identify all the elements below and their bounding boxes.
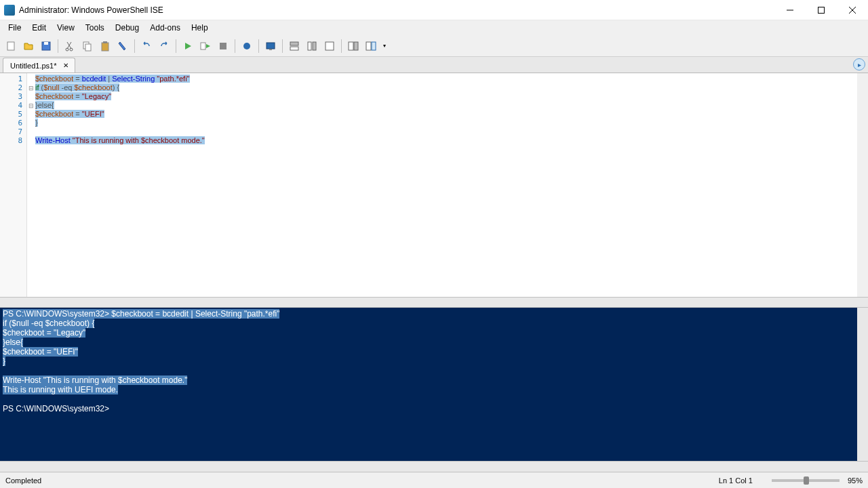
console-line[interactable]: if ($null -eq $checkboot) { [3, 319, 865, 328]
svg-rect-15 [201, 43, 205, 49]
svg-rect-27 [366, 42, 371, 50]
code-line[interactable]: $checkboot = "UEFI" [35, 110, 868, 119]
console-line[interactable]: Write-Host "This is running with $checkb… [3, 375, 865, 385]
svg-rect-4 [7, 42, 14, 50]
cut-icon[interactable] [62, 38, 78, 54]
svg-rect-24 [326, 42, 334, 50]
console-vscrollbar[interactable] [857, 308, 868, 461]
breakpoint-icon[interactable] [239, 38, 255, 54]
line-number: 1 [0, 75, 26, 83]
show-script-max-icon[interactable] [321, 38, 338, 54]
svg-rect-23 [313, 42, 316, 50]
menu-debug[interactable]: Debug [110, 22, 144, 34]
run-selection-icon[interactable] [197, 38, 214, 54]
fold-toggle[interactable]: ⊟ [27, 101, 35, 110]
new-icon[interactable] [3, 38, 19, 54]
fold-toggle [27, 92, 35, 101]
line-number: 6 [0, 119, 26, 127]
fold-toggle [27, 119, 35, 127]
svg-rect-1 [818, 7, 825, 13]
svg-rect-14 [103, 41, 107, 43]
paste-icon[interactable] [97, 38, 113, 54]
line-number: 3 [0, 92, 26, 101]
undo-icon[interactable] [138, 38, 155, 54]
console-line[interactable]: } [3, 357, 865, 366]
menu-edit[interactable]: Edit [26, 22, 52, 34]
commands-addon-toggle[interactable]: ▸ [853, 58, 865, 70]
new-remote-icon[interactable] [262, 38, 279, 54]
show-command-icon[interactable] [345, 38, 361, 54]
menu-addons[interactable]: Add-ons [144, 22, 186, 34]
tab-bar: Untitled1.ps1* ✕ ▸ [0, 57, 868, 73]
svg-rect-18 [267, 43, 275, 49]
code-area[interactable]: $checkboot = bcdedit | Select-String "pa… [35, 73, 868, 297]
line-number: 4 [0, 101, 26, 110]
open-icon[interactable] [20, 38, 37, 54]
line-number: 7 [0, 127, 26, 136]
script-tab[interactable]: Untitled1.ps1* ✕ [3, 58, 75, 73]
svg-rect-21 [290, 47, 298, 50]
svg-rect-16 [220, 43, 226, 49]
console-line[interactable]: This is running with UEFI mode. [3, 385, 865, 394]
clear-icon[interactable] [115, 38, 131, 54]
code-line[interactable]: }else{ [35, 101, 868, 110]
console-line[interactable]: PS C:\WINDOWS\system32> $checkboot = bcd… [3, 309, 865, 319]
zoom-thumb[interactable] [804, 476, 809, 485]
cursor-position: Ln 1 Col 1 [719, 476, 753, 485]
console-hscroll[interactable] [0, 461, 868, 472]
console-line[interactable]: }else{ [3, 338, 865, 347]
menu-file[interactable]: File [3, 22, 26, 34]
tab-label: Untitled1.ps1* [10, 62, 57, 70]
zoom-slider[interactable] [772, 479, 840, 482]
status-bar: Completed Ln 1 Col 1 95% [0, 472, 868, 488]
window-controls [774, 0, 868, 20]
editor-vscrollbar[interactable] [857, 73, 868, 297]
fold-toggle[interactable]: ⊟ [27, 83, 35, 92]
code-line[interactable]: $checkboot = "Legacy" [35, 92, 868, 101]
menu-tools[interactable]: Tools [80, 22, 110, 34]
line-number: 8 [0, 136, 26, 145]
status-message: Completed [5, 476, 719, 485]
menu-help[interactable]: Help [186, 22, 214, 34]
copy-icon[interactable] [79, 38, 96, 54]
menu-view[interactable]: View [52, 22, 80, 34]
code-line[interactable]: $checkboot = bcdedit | Select-String "pa… [35, 75, 868, 83]
console-line[interactable] [3, 394, 865, 404]
svg-point-17 [243, 43, 250, 49]
app-icon [4, 5, 15, 16]
save-icon[interactable] [38, 38, 54, 54]
show-script-top-icon[interactable] [286, 38, 302, 54]
code-line[interactable]: if ($null -eq $checkboot) { [35, 83, 868, 92]
redo-icon[interactable] [156, 38, 172, 54]
fold-toggle [27, 136, 35, 145]
svg-rect-13 [102, 43, 108, 51]
console-line[interactable]: $checkboot = "UEFI" [3, 347, 865, 357]
run-icon[interactable] [180, 38, 196, 54]
fold-column: ⊟⊟ [27, 73, 35, 297]
svg-rect-6 [44, 42, 48, 45]
show-script-right-icon[interactable] [304, 38, 320, 54]
line-gutter: 12345678 [0, 73, 27, 297]
console-line[interactable]: $checkboot = "Legacy" [3, 328, 865, 338]
script-editor[interactable]: 12345678 ⊟⊟ $checkboot = bcdedit | Selec… [0, 73, 868, 297]
code-line[interactable]: } [35, 119, 868, 127]
svg-rect-22 [308, 42, 311, 50]
maximize-button[interactable] [806, 0, 837, 20]
title-bar: Administrator: Windows PowerShell ISE [0, 0, 868, 20]
show-command-addon-icon[interactable] [363, 38, 379, 54]
code-line[interactable] [35, 127, 868, 136]
close-button[interactable] [837, 0, 868, 20]
console-line[interactable] [3, 366, 865, 375]
stop-icon[interactable] [215, 38, 231, 54]
console-line[interactable]: PS C:\WINDOWS\system32> [3, 404, 865, 413]
svg-rect-26 [354, 42, 358, 50]
svg-rect-28 [372, 42, 376, 50]
code-line[interactable]: Write-Host "This is running with $checkb… [35, 136, 868, 145]
svg-rect-19 [269, 49, 272, 50]
line-number: 2 [0, 83, 26, 92]
tab-close-icon[interactable]: ✕ [61, 61, 71, 70]
console-pane[interactable]: PS C:\WINDOWS\system32> $checkboot = bcd… [0, 308, 868, 461]
pane-divider[interactable] [0, 297, 868, 308]
minimize-button[interactable] [774, 0, 806, 20]
toolbar-overflow[interactable]: ▾ [380, 38, 389, 54]
